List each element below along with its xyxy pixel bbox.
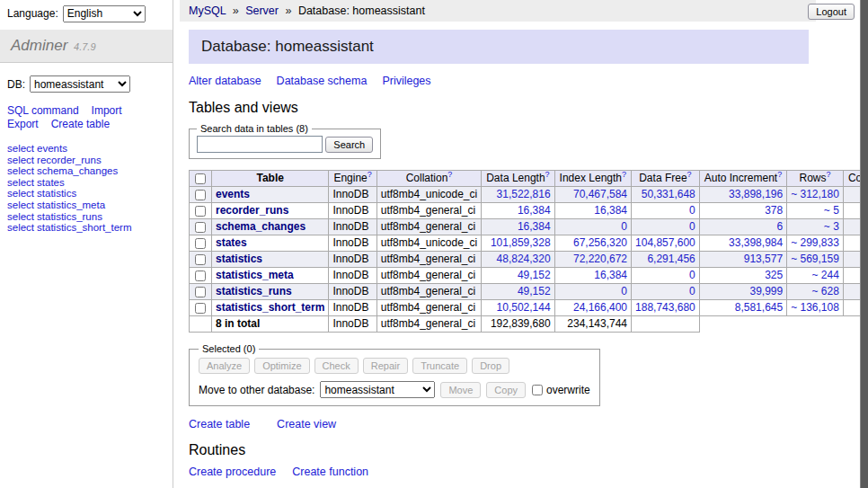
table-name-link[interactable]: recorder_runs xyxy=(216,204,288,217)
rows-count-link[interactable]: ~ 569,159 xyxy=(791,253,839,265)
overwrite-checkbox[interactable] xyxy=(532,385,543,395)
data-free-link[interactable]: 0 xyxy=(689,204,695,217)
rows-count-link[interactable]: ~ 299,833 xyxy=(791,236,839,249)
bulk-action-button[interactable]: Truncate xyxy=(412,358,467,374)
select-data-link[interactable]: select xyxy=(7,222,34,233)
help-link[interactable]: ? xyxy=(447,170,452,179)
row-checkbox[interactable] xyxy=(195,303,206,314)
select-data-link[interactable]: select xyxy=(7,143,34,154)
logout-button[interactable]: Logout xyxy=(808,4,855,20)
data-free-link[interactable]: 0 xyxy=(689,269,695,281)
table-name-link[interactable]: statistics_meta xyxy=(216,269,294,281)
index-length-link[interactable]: 67,256,320 xyxy=(573,236,627,249)
routine-link[interactable]: Create procedure xyxy=(189,466,276,478)
help-link[interactable]: ? xyxy=(777,170,782,179)
index-length-link[interactable]: 24,166,400 xyxy=(573,301,627,314)
data-free-link[interactable]: 188,743,680 xyxy=(635,301,695,314)
db-select[interactable]: homeassistant xyxy=(30,75,130,93)
data-length-link[interactable]: 49,152 xyxy=(518,285,551,297)
sidebar-action-link[interactable]: Create table xyxy=(51,118,110,131)
auto-increment-link[interactable]: 8,581,645 xyxy=(735,301,783,314)
table-structure-link[interactable]: states xyxy=(37,177,65,188)
table-name-link[interactable]: statistics_runs xyxy=(216,285,292,297)
search-input[interactable] xyxy=(197,136,323,153)
bulk-action-button[interactable]: Drop xyxy=(472,358,509,374)
data-length-link[interactable]: 48,824,320 xyxy=(497,253,551,265)
table-structure-link[interactable]: events xyxy=(37,143,67,154)
rows-count-link[interactable]: ~ 244 xyxy=(812,269,839,281)
table-structure-link[interactable]: statistics_short_term xyxy=(37,222,131,233)
table-name-link[interactable]: schema_changes xyxy=(216,220,306,233)
routine-link[interactable]: Create function xyxy=(292,466,368,478)
select-all-checkbox[interactable] xyxy=(195,173,206,184)
search-button[interactable]: Search xyxy=(325,137,373,153)
move-button[interactable]: Move xyxy=(440,382,481,398)
rows-count-link[interactable]: ~ 5 xyxy=(824,204,839,217)
index-length-link[interactable]: 72,220,672 xyxy=(573,253,627,265)
table-name-link[interactable]: statistics_short_term xyxy=(216,301,324,314)
table-structure-link[interactable]: statistics_meta xyxy=(37,200,105,210)
data-length-link[interactable]: 31,522,816 xyxy=(497,188,551,200)
auto-increment-link[interactable]: 913,577 xyxy=(744,253,783,265)
select-data-link[interactable]: select xyxy=(7,165,34,176)
auto-increment-link[interactable]: 33,898,196 xyxy=(729,188,783,200)
help-link[interactable]: ? xyxy=(368,170,372,179)
row-checkbox[interactable] xyxy=(195,206,206,217)
data-free-link[interactable]: 50,331,648 xyxy=(642,188,695,200)
select-data-link[interactable]: select xyxy=(7,177,34,188)
help-link[interactable]: ? xyxy=(827,170,831,179)
data-length-link[interactable]: 101,859,328 xyxy=(491,236,551,249)
table-name-link[interactable]: events xyxy=(216,188,250,200)
bulk-action-button[interactable]: Check xyxy=(314,358,359,374)
sidebar-action-link[interactable]: SQL command xyxy=(7,104,79,118)
auto-increment-link[interactable]: 325 xyxy=(765,269,783,281)
table-structure-link[interactable]: statistics xyxy=(37,188,76,199)
auto-increment-link[interactable]: 378 xyxy=(765,204,783,217)
auto-increment-link[interactable]: 6 xyxy=(776,220,783,233)
index-length-link[interactable]: 0 xyxy=(621,285,627,297)
bulk-action-button[interactable]: Repair xyxy=(363,358,408,374)
auto-increment-link[interactable]: 39,999 xyxy=(749,285,783,297)
index-length-link[interactable]: 70,467,584 xyxy=(573,188,627,200)
select-data-link[interactable]: select xyxy=(7,200,34,210)
data-length-link[interactable]: 10,502,144 xyxy=(497,301,551,314)
language-select[interactable]: English xyxy=(63,5,146,22)
index-length-link[interactable]: 16,384 xyxy=(594,204,627,217)
copy-button[interactable]: Copy xyxy=(486,382,526,398)
table-name-link[interactable]: states xyxy=(216,236,247,249)
sidebar-action-link[interactable]: Import xyxy=(92,104,122,118)
sidebar-action-link[interactable]: Export xyxy=(7,118,39,131)
help-link[interactable]: ? xyxy=(687,170,692,179)
index-length-link[interactable]: 0 xyxy=(621,220,627,233)
create-link[interactable]: Create view xyxy=(277,418,336,430)
bulk-action-button[interactable]: Optimize xyxy=(254,358,309,374)
rows-count-link[interactable]: ~ 3 xyxy=(824,220,839,233)
select-data-link[interactable]: select xyxy=(7,155,34,165)
move-db-select[interactable]: homeassistant xyxy=(320,381,435,398)
create-link[interactable]: Create table xyxy=(189,418,250,430)
db-action-link[interactable]: Privileges xyxy=(382,75,430,87)
adminer-logo-link[interactable]: Adminer xyxy=(11,37,67,54)
data-length-link[interactable]: 16,384 xyxy=(518,204,551,217)
data-free-link[interactable]: 104,857,600 xyxy=(635,236,695,249)
rows-count-link[interactable]: ~ 136,108 xyxy=(791,301,839,314)
data-free-link[interactable]: 0 xyxy=(689,285,695,297)
db-action-link[interactable]: Database schema xyxy=(277,75,368,87)
data-length-link[interactable]: 16,384 xyxy=(518,220,551,233)
row-checkbox[interactable] xyxy=(195,190,206,200)
row-checkbox[interactable] xyxy=(195,222,206,233)
data-free-link[interactable]: 0 xyxy=(689,220,695,233)
rows-count-link[interactable]: ~ 312,180 xyxy=(791,188,839,200)
row-checkbox[interactable] xyxy=(195,287,206,297)
breadcrumb-server-link[interactable]: Server xyxy=(245,4,279,17)
breadcrumb-mysql-link[interactable]: MySQL xyxy=(189,4,226,17)
help-link[interactable]: ? xyxy=(622,170,626,179)
row-checkbox[interactable] xyxy=(195,238,206,249)
table-structure-link[interactable]: schema_changes xyxy=(37,165,118,176)
table-name-link[interactable]: statistics xyxy=(216,253,262,265)
index-length-link[interactable]: 16,384 xyxy=(594,269,627,281)
table-structure-link[interactable]: recorder_runs xyxy=(37,155,102,165)
select-data-link[interactable]: select xyxy=(7,188,34,199)
bulk-action-button[interactable]: Analyze xyxy=(199,358,250,374)
help-link[interactable]: ? xyxy=(545,170,550,179)
